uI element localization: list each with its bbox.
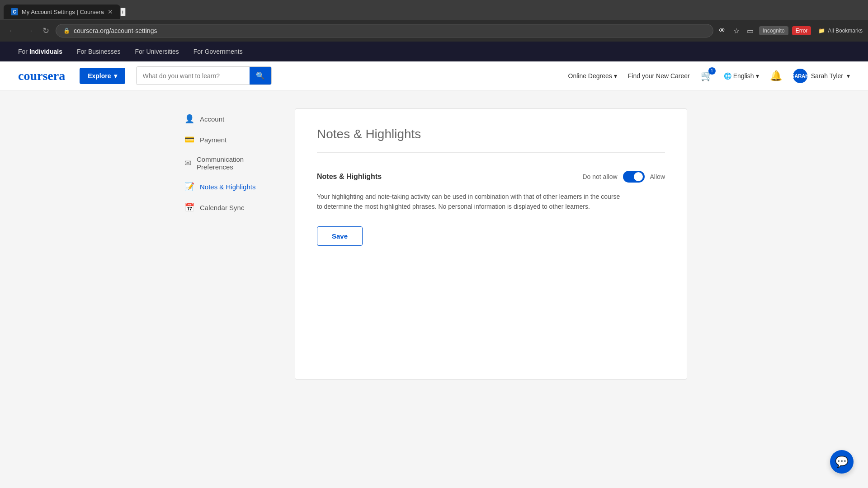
for-individuals-bold: Individuals	[29, 48, 62, 55]
for-individuals-pre: For	[18, 48, 29, 55]
incognito-badge: Incognito	[759, 26, 788, 35]
sidebar-item-payment[interactable]: 💳 Payment	[181, 129, 280, 150]
search-icon: 🔍	[256, 72, 265, 80]
page-content: 👤 Account 💳 Payment ✉ Communication Pref…	[163, 108, 705, 380]
reload-button[interactable]: ↻	[40, 24, 52, 38]
bookmarks-folder-icon: 📁	[818, 28, 825, 34]
sidebar-label-communication: Communication Preferences	[197, 155, 277, 171]
forward-button[interactable]: →	[23, 24, 36, 38]
star-icon[interactable]: ☆	[731, 25, 741, 37]
online-degrees-link[interactable]: Online Degrees ▾	[568, 72, 617, 80]
browser-chrome: C My Account Settings | Coursera ✕ + ← →…	[0, 0, 868, 42]
sidebar-label-notes: Notes & Highlights	[200, 183, 255, 191]
toggle-slider	[623, 171, 645, 183]
user-menu[interactable]: SARAH Sarah Tyler ▾	[793, 69, 850, 83]
explore-label: Explore	[88, 72, 111, 80]
language-label: English	[733, 72, 754, 80]
sidebar-label-account: Account	[200, 115, 224, 123]
sidebar-item-account[interactable]: 👤 Account	[181, 108, 280, 129]
user-menu-chevron-icon: ▾	[847, 72, 850, 80]
new-tab-button[interactable]: +	[120, 8, 126, 16]
notes-setting-row: Notes & Highlights Do not allow Allow	[317, 171, 665, 183]
search-button[interactable]: 🔍	[250, 67, 271, 84]
for-individuals-link[interactable]: For Individuals	[18, 48, 62, 55]
setting-label: Notes & Highlights	[317, 173, 582, 181]
tab-favicon: C	[11, 8, 18, 15]
notes-toggle[interactable]	[623, 171, 645, 183]
toolbar-actions: 👁 ☆ ▭ Incognito Error	[717, 25, 811, 37]
sidebar-label-calendar: Calendar Sync	[200, 204, 244, 211]
search-input[interactable]	[137, 68, 250, 84]
find-career-label: Find your New Career	[628, 72, 690, 80]
eye-icon[interactable]: 👁	[717, 25, 728, 37]
address-bar[interactable]: 🔒 coursera.org/account-settings	[56, 24, 713, 38]
save-label: Save	[332, 232, 348, 240]
cart-icon[interactable]: 🛒 1	[701, 70, 713, 82]
sidebar-label-payment: Payment	[200, 136, 226, 144]
sidebar-item-communication[interactable]: ✉ Communication Preferences	[181, 150, 280, 176]
main-content-area: Notes & Highlights Notes & Highlights Do…	[295, 108, 687, 380]
language-chevron-icon: ▾	[756, 72, 759, 80]
for-businesses-link[interactable]: For Businesses	[77, 48, 120, 55]
lock-icon: 🔒	[63, 28, 70, 34]
online-degrees-chevron-icon: ▾	[614, 72, 617, 80]
browser-toolbar: ← → ↻ 🔒 coursera.org/account-settings 👁 …	[0, 20, 868, 42]
allow-text: Allow	[650, 173, 665, 180]
calendar-icon: 📅	[184, 202, 194, 212]
notifications-bell-icon[interactable]: 🔔	[770, 70, 782, 82]
bookmarks-area: 📁 All Bookmarks	[818, 28, 863, 34]
explore-chevron-icon: ▾	[114, 72, 117, 80]
main-nav: coursera Explore ▾ 🔍 Online Degrees ▾ Fi…	[0, 61, 868, 90]
notes-icon: 📝	[184, 182, 194, 192]
close-tab-button[interactable]: ✕	[108, 8, 113, 15]
coursera-logo[interactable]: coursera	[18, 69, 65, 83]
tab-title: My Account Settings | Coursera	[22, 9, 104, 15]
active-tab[interactable]: C My Account Settings | Coursera ✕	[4, 5, 120, 19]
top-nav: For Individuals For Businesses For Unive…	[0, 42, 868, 61]
error-badge: Error	[792, 26, 811, 35]
page-title: Notes & Highlights	[317, 127, 665, 153]
payment-icon: 💳	[184, 135, 194, 145]
find-career-link[interactable]: Find your New Career	[628, 72, 690, 80]
back-button[interactable]: ←	[5, 24, 19, 38]
explore-button[interactable]: Explore ▾	[80, 68, 125, 84]
sidebar-item-notes[interactable]: 📝 Notes & Highlights	[181, 176, 280, 197]
toggle-group: Do not allow Allow	[582, 171, 665, 183]
browser-tab-bar: C My Account Settings | Coursera ✕ +	[0, 0, 868, 20]
avatar: SARAH	[793, 69, 807, 83]
language-selector[interactable]: 🌐 English ▾	[724, 72, 759, 80]
sidebar: 👤 Account 💳 Payment ✉ Communication Pref…	[181, 108, 280, 380]
address-text: coursera.org/account-settings	[74, 27, 157, 34]
user-name: Sarah Tyler	[811, 72, 843, 80]
for-universities-link[interactable]: For Universities	[135, 48, 179, 55]
search-bar: 🔍	[136, 66, 272, 85]
do-not-allow-text: Do not allow	[582, 173, 617, 180]
person-icon: 👤	[184, 114, 194, 124]
save-button[interactable]: Save	[317, 226, 363, 246]
email-icon: ✉	[184, 158, 191, 168]
bookmarks-label: All Bookmarks	[828, 28, 863, 34]
user-initials: SARAH	[791, 73, 809, 79]
sidebar-item-calendar[interactable]: 📅 Calendar Sync	[181, 197, 280, 218]
tablet-icon[interactable]: ▭	[745, 25, 755, 37]
globe-icon: 🌐	[724, 72, 731, 80]
for-governments-link[interactable]: For Governments	[193, 48, 243, 55]
cart-badge: 1	[708, 67, 716, 75]
setting-description: Your highlighting and note-taking activi…	[317, 192, 624, 212]
online-degrees-label: Online Degrees	[568, 72, 612, 80]
